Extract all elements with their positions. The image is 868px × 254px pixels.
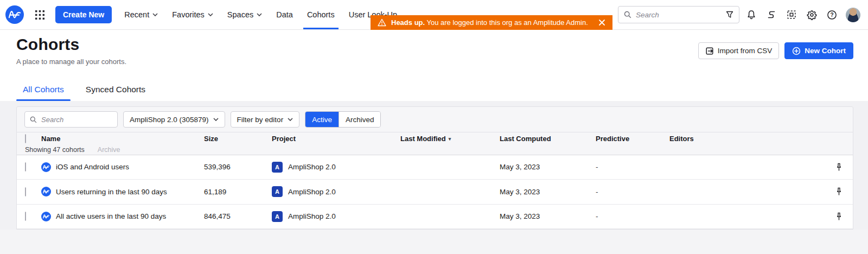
- cohort-size: 846,475: [204, 212, 272, 220]
- chevron-down-icon: [208, 13, 213, 16]
- select-all-checkbox[interactable]: [25, 134, 26, 143]
- nav-item-spaces[interactable]: Spaces: [220, 0, 269, 29]
- archive-action[interactable]: Archive: [98, 146, 120, 154]
- plus-circle-icon: [792, 47, 801, 55]
- cohort-size: 61,189: [204, 188, 272, 196]
- column-header-name[interactable]: Name: [41, 135, 204, 143]
- row-checkbox[interactable]: [25, 187, 26, 196]
- row-checkbox[interactable]: [25, 212, 26, 221]
- chevron-down-icon: [213, 118, 219, 121]
- table-row[interactable]: iOS and Android users 539,396 A AmpliSho…: [17, 155, 853, 180]
- create-new-button[interactable]: Create New: [55, 6, 112, 23]
- cohort-search-input[interactable]: [41, 116, 112, 124]
- new-cohort-button[interactable]: New Cohort: [784, 42, 853, 59]
- column-header-last-computed[interactable]: Last Computed: [500, 135, 596, 143]
- cohort-amplitude-icon: [41, 212, 51, 221]
- apps-grid-icon[interactable]: [31, 7, 48, 23]
- user-avatar[interactable]: [846, 8, 860, 22]
- table-row[interactable]: All active users in the last 90 days 846…: [17, 205, 853, 230]
- tab-synced-cohorts[interactable]: Synced Cohorts: [79, 85, 152, 101]
- project-name: AmpliShop 2.0: [288, 163, 336, 171]
- cohort-amplitude-icon: [41, 187, 51, 196]
- admin-warning-banner: Heads up. You are logged into this org a…: [371, 15, 612, 30]
- banner-close-icon[interactable]: [598, 19, 605, 26]
- last-computed: May 3, 2023: [500, 188, 596, 196]
- global-search-input[interactable]: [636, 11, 722, 19]
- project-badge: A: [272, 162, 283, 173]
- nav-item-favorites[interactable]: Favorites: [165, 0, 220, 29]
- chevron-down-icon: [288, 118, 293, 121]
- search-icon: [624, 11, 631, 18]
- last-computed: May 3, 2023: [500, 163, 596, 171]
- project-badge: A: [272, 186, 283, 197]
- status-toggle: Active Archived: [305, 111, 381, 128]
- project-name: AmpliShop 2.0: [288, 188, 336, 196]
- pin-icon[interactable]: [821, 212, 843, 221]
- search-icon: [30, 116, 37, 123]
- help-icon[interactable]: ?: [824, 7, 840, 23]
- cohort-search[interactable]: [24, 111, 118, 128]
- table-body: iOS and Android users 539,396 A AmpliSho…: [17, 155, 853, 230]
- cohort-size: 539,396: [204, 163, 272, 171]
- filter-toolbar: AmpliShop 2.0 (305879) Filter by editor …: [17, 107, 853, 132]
- page-title: Cohorts: [16, 35, 126, 54]
- cohort-tabs: All Cohorts Synced Cohorts: [0, 76, 868, 101]
- toggle-archived[interactable]: Archived: [339, 112, 381, 127]
- page-subtitle: A place to manage all your cohorts.: [16, 58, 126, 66]
- nav-item-cohorts[interactable]: Cohorts: [300, 0, 342, 29]
- toggle-active[interactable]: Active: [305, 112, 339, 127]
- cohort-name: iOS and Android users: [56, 163, 129, 171]
- project-dropdown[interactable]: AmpliShop 2.0 (305879): [123, 111, 225, 128]
- pin-icon[interactable]: [821, 163, 843, 172]
- column-header-editors[interactable]: Editors: [669, 135, 821, 143]
- global-search[interactable]: [618, 6, 739, 23]
- settings-gear-icon[interactable]: [803, 7, 820, 23]
- sort-desc-icon: ▾: [449, 136, 451, 142]
- column-header-last-modified[interactable]: Last Modified ▾: [400, 135, 500, 143]
- editor-filter-dropdown[interactable]: Filter by editor: [231, 111, 300, 128]
- main-nav: Recent Favorites Spaces Data Cohorts Use…: [117, 0, 404, 29]
- last-computed: May 3, 2023: [500, 212, 596, 220]
- chevron-down-icon: [152, 13, 158, 16]
- notifications-bell-icon[interactable]: [743, 7, 760, 23]
- chevron-down-icon: [257, 13, 262, 16]
- table-header-row: Name Size Project Last Modified ▾ Last C…: [17, 132, 853, 145]
- select-region-icon[interactable]: [783, 7, 800, 23]
- table-row[interactable]: Users returning in the last 90 days 61,1…: [17, 180, 853, 205]
- content-section: AmpliShop 2.0 (305879) Filter by editor …: [0, 101, 868, 230]
- project-badge: A: [272, 211, 283, 222]
- banner-text: Heads up. You are logged into this org a…: [391, 18, 588, 27]
- cohort-amplitude-icon: [41, 162, 51, 172]
- amplitude-logo-icon[interactable]: [5, 5, 24, 24]
- warning-triangle-icon: [378, 18, 386, 27]
- cohort-name: All active users in the last 90 days: [56, 212, 166, 220]
- pin-icon[interactable]: [821, 187, 843, 196]
- predictive-value: -: [596, 212, 669, 220]
- import-from-csv-button[interactable]: Import from CSV: [698, 42, 780, 59]
- column-header-predictive[interactable]: Predictive: [596, 135, 669, 143]
- project-name: AmpliShop 2.0: [288, 212, 336, 220]
- page-header: Cohorts A place to manage all your cohor…: [0, 30, 868, 76]
- svg-text:?: ?: [830, 12, 833, 18]
- import-icon: [705, 47, 714, 55]
- nav-item-recent[interactable]: Recent: [117, 0, 165, 29]
- search-filter-funnel-icon[interactable]: [726, 11, 733, 18]
- table-summary-row: Showing 47 cohorts Archive: [17, 145, 853, 154]
- predictive-value: -: [596, 188, 669, 196]
- cohort-count: Showing 47 cohorts: [25, 146, 85, 154]
- cohorts-panel: AmpliShop 2.0 (305879) Filter by editor …: [16, 106, 853, 230]
- cohort-name: Users returning in the last 90 days: [56, 188, 167, 196]
- nav-item-data[interactable]: Data: [269, 0, 300, 29]
- pathfinder-journeys-icon[interactable]: [763, 7, 780, 23]
- tab-all-cohorts[interactable]: All Cohorts: [16, 85, 71, 101]
- predictive-value: -: [596, 163, 669, 171]
- column-header-project[interactable]: Project: [272, 135, 400, 143]
- row-checkbox[interactable]: [25, 162, 26, 172]
- column-header-size[interactable]: Size: [204, 135, 272, 143]
